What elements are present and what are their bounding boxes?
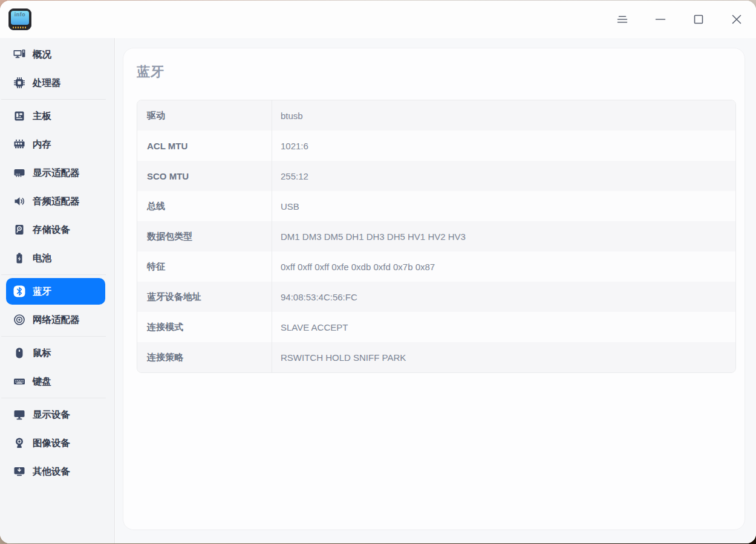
row-key: SCO MTU — [137, 161, 272, 191]
sidebar-item-label: 键盘 — [33, 375, 51, 388]
row-key: 数据包类型 — [137, 221, 272, 251]
table-row: SCO MTU 255:12 — [137, 161, 735, 191]
sidebar-item-label: 显示适配器 — [33, 167, 80, 180]
bluetooth-icon — [13, 285, 25, 297]
keyboard-icon — [13, 375, 25, 387]
row-value: 1021:6 — [272, 131, 735, 161]
sidebar-item-label: 电池 — [33, 252, 51, 265]
row-key: 蓝牙设备地址 — [137, 282, 272, 312]
mouse-icon — [13, 347, 25, 359]
table-row: 连接模式 SLAVE ACCEPT — [137, 312, 735, 342]
sidebar-item-label: 鼠标 — [33, 347, 51, 360]
row-value: btusb — [272, 100, 735, 131]
sidebar-divider — [1, 336, 106, 337]
titlebar: info — [0, 1, 756, 38]
sidebar-item-label: 其他设备 — [33, 465, 70, 478]
sidebar-divider — [1, 274, 106, 275]
battery-icon — [13, 252, 25, 264]
storage-icon — [13, 224, 25, 236]
sidebar: 概况 处理器 主板 内存 显示适配器 — [0, 38, 115, 543]
sidebar-item-label: 概况 — [33, 48, 51, 61]
row-value: RSWITCH HOLD SNIFF PARK — [272, 342, 735, 372]
row-key: 连接模式 — [137, 312, 272, 342]
sidebar-item-label: 处理器 — [33, 77, 61, 89]
table-row: 特征 0xff 0xff 0xff 0xfe 0xdb 0xfd 0x7b 0x… — [137, 251, 735, 282]
sidebar-divider — [1, 398, 106, 398]
device-info-chip-icon: info — [8, 8, 31, 30]
sidebar-item-label: 存储设备 — [33, 224, 70, 236]
camera-icon — [13, 437, 25, 449]
sidebar-item-label: 音频适配器 — [33, 195, 80, 208]
other-devices-icon — [13, 465, 25, 478]
row-key: ACL MTU — [137, 131, 272, 161]
minimize-icon — [655, 14, 666, 25]
maximize-icon — [693, 14, 704, 25]
table-row: 驱动 btusb — [137, 100, 735, 131]
row-value: 0xff 0xff 0xff 0xfe 0xdb 0xfd 0x7b 0x87 — [272, 251, 735, 282]
sidebar-item-mouse[interactable]: 鼠标 — [6, 340, 105, 366]
sidebar-item-network-adapter[interactable]: 网络适配器 — [6, 306, 105, 333]
content-area: 蓝牙 驱动 btusb ACL MTU 1021:6 SCO MTU 255:1… — [116, 38, 756, 543]
sidebar-item-label: 蓝牙 — [33, 285, 51, 298]
sidebar-item-label: 内存 — [33, 138, 51, 151]
bluetooth-info-table: 驱动 btusb ACL MTU 1021:6 SCO MTU 255:12 总… — [137, 100, 736, 373]
memory-icon — [13, 138, 25, 151]
sidebar-item-display-device[interactable]: 显示设备 — [6, 401, 105, 428]
audio-adapter-icon — [13, 195, 25, 207]
sidebar-item-processor[interactable]: 处理器 — [6, 70, 105, 96]
table-row: ACL MTU 1021:6 — [137, 131, 735, 161]
maximize-button[interactable] — [689, 10, 708, 28]
row-key: 总线 — [137, 191, 272, 221]
table-row: 蓝牙设备地址 94:08:53:4C:56:FC — [137, 282, 735, 312]
minimize-button[interactable] — [651, 10, 670, 28]
row-value: SLAVE ACCEPT — [272, 312, 735, 342]
table-row: 连接策略 RSWITCH HOLD SNIFF PARK — [137, 342, 735, 372]
row-key: 特征 — [137, 251, 272, 282]
sidebar-item-other-devices[interactable]: 其他设备 — [6, 458, 105, 485]
row-value: DM1 DM3 DM5 DH1 DH3 DH5 HV1 HV2 HV3 — [272, 221, 735, 251]
display-adapter-icon — [13, 167, 25, 179]
sidebar-item-storage[interactable]: 存储设备 — [6, 216, 105, 243]
sidebar-item-display-adapter[interactable]: 显示适配器 — [6, 160, 105, 186]
sidebar-item-label: 网络适配器 — [33, 314, 80, 326]
table-row: 总线 USB — [137, 191, 735, 221]
sidebar-item-label: 显示设备 — [33, 409, 70, 421]
chip-pins — [13, 27, 27, 28]
page-title: 蓝牙 — [137, 63, 165, 81]
device-manager-window: info — [0, 1, 756, 543]
sidebar-item-audio-adapter[interactable]: 音频适配器 — [6, 188, 105, 215]
row-key: 连接策略 — [137, 342, 272, 372]
motherboard-icon — [13, 110, 25, 122]
menu-icon — [616, 15, 628, 24]
window-controls — [613, 1, 746, 38]
close-icon — [731, 14, 742, 25]
overview-icon — [13, 48, 25, 60]
row-value: 94:08:53:4C:56:FC — [272, 282, 735, 312]
menu-button[interactable] — [613, 10, 631, 28]
app-icon-label: info — [11, 11, 29, 25]
row-value: USB — [272, 191, 735, 221]
sidebar-item-label: 主板 — [33, 110, 51, 123]
sidebar-item-keyboard[interactable]: 键盘 — [6, 368, 105, 395]
detail-card: 蓝牙 驱动 btusb ACL MTU 1021:6 SCO MTU 255:1… — [123, 48, 745, 530]
sidebar-item-label: 图像设备 — [33, 437, 70, 450]
display-device-icon — [13, 409, 25, 421]
cpu-icon — [13, 77, 25, 89]
sidebar-item-image-device[interactable]: 图像设备 — [6, 430, 105, 456]
network-adapter-icon — [13, 314, 25, 326]
row-value: 255:12 — [272, 161, 735, 191]
close-button[interactable] — [728, 10, 746, 28]
table-row: 数据包类型 DM1 DM3 DM5 DH1 DH3 DH5 HV1 HV2 HV… — [137, 221, 735, 251]
sidebar-item-memory[interactable]: 内存 — [6, 131, 105, 158]
sidebar-item-motherboard[interactable]: 主板 — [6, 103, 105, 129]
app-icon: info — [8, 8, 31, 31]
sidebar-item-battery[interactable]: 电池 — [6, 245, 105, 271]
sidebar-item-overview[interactable]: 概况 — [6, 41, 105, 68]
row-key: 驱动 — [137, 100, 272, 131]
sidebar-divider — [1, 99, 106, 100]
sidebar-item-bluetooth[interactable]: 蓝牙 — [6, 278, 105, 305]
